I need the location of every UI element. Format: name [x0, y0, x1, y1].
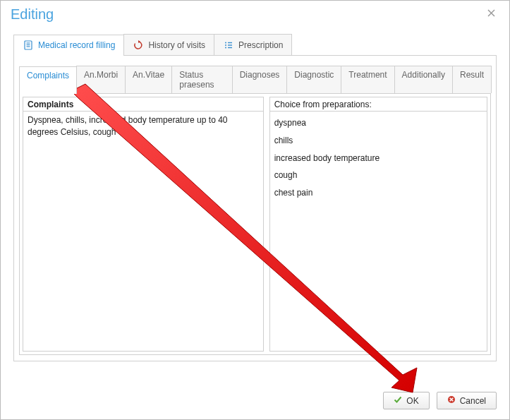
- preparations-heading: Choice from preparations:: [270, 97, 487, 112]
- tab-history-of-visits[interactable]: History of visits: [123, 34, 214, 55]
- complaints-heading: Complaints: [23, 97, 263, 112]
- tab-an-morbi[interactable]: An.Morbi: [76, 66, 126, 93]
- button-label: Cancel: [460, 396, 486, 406]
- tab-an-vitae[interactable]: An.Vitae: [125, 66, 172, 93]
- preparations-list: dyspnea chills increased body temperatur…: [270, 112, 487, 351]
- close-icon: [487, 9, 495, 17]
- list-item[interactable]: cough: [274, 167, 482, 184]
- tab-status-praesens[interactable]: Status praesens: [171, 66, 232, 93]
- cancel-button[interactable]: Cancel: [437, 392, 497, 409]
- tab-label: Prescription: [238, 40, 283, 50]
- editing-dialog: Editing Medical record filling: [0, 0, 510, 420]
- outer-tabs: Medical record filling History of visits…: [13, 34, 497, 56]
- tab-medical-record-filling[interactable]: Medical record filling: [13, 35, 124, 56]
- tab-label: An.Morbi: [84, 70, 118, 80]
- list-item[interactable]: dyspnea: [274, 114, 482, 132]
- window-title: Editing: [11, 6, 54, 23]
- tab-label: Medical record filling: [38, 40, 115, 50]
- tab-label: Treatment: [348, 70, 387, 80]
- tab-diagnoses[interactable]: Diagnoses: [232, 66, 288, 93]
- tab-label: Complaints: [27, 71, 69, 80]
- svg-point-8: [225, 44, 226, 46]
- inner-tabs: Complaints An.Morbi An.Vitae Status prae…: [19, 66, 491, 94]
- tab-label: Status praesens: [179, 70, 214, 90]
- list-item-label: dyspnea: [274, 118, 306, 128]
- content-area: Medical record filling History of visits…: [1, 25, 509, 361]
- close-button[interactable]: [483, 6, 499, 20]
- list-item-label: cough: [274, 170, 298, 180]
- tab-label: Diagnoses: [240, 70, 280, 80]
- tab-label: Result: [460, 70, 484, 80]
- svg-point-9: [225, 47, 226, 48]
- dialog-footer: OK Cancel: [383, 392, 497, 409]
- body-row: Complaints Dyspnea, chills, increased bo…: [19, 94, 491, 355]
- check-icon: [394, 395, 402, 406]
- complaints-text[interactable]: Dyspnea, chills, increased body temperat…: [23, 112, 263, 351]
- complaints-panel: Complaints Dyspnea, chills, increased bo…: [23, 97, 264, 352]
- tab-complaints[interactable]: Complaints: [19, 66, 77, 94]
- tab-label: Additionally: [402, 70, 445, 80]
- list-item[interactable]: increased body temperature: [274, 150, 482, 167]
- ok-button[interactable]: OK: [383, 392, 429, 409]
- tab-label: Diagnostic: [294, 70, 334, 80]
- list-item-label: increased body temperature: [274, 153, 380, 163]
- button-label: OK: [406, 396, 418, 406]
- list-item-label: chills: [274, 136, 293, 145]
- list-item[interactable]: chest pain: [274, 184, 482, 202]
- tab-result[interactable]: Result: [452, 66, 492, 93]
- inner-panel: Complaints An.Morbi An.Vitae Status prae…: [14, 56, 496, 361]
- tab-label: History of visits: [148, 40, 205, 50]
- list-icon: [223, 40, 234, 51]
- tab-prescription[interactable]: Prescription: [214, 34, 292, 55]
- tab-additionally[interactable]: Additionally: [394, 66, 453, 93]
- refresh-icon: [133, 40, 144, 51]
- tab-diagnostic[interactable]: Diagnostic: [286, 66, 341, 93]
- document-icon: [23, 40, 34, 51]
- list-item[interactable]: chills: [274, 132, 482, 150]
- tab-treatment[interactable]: Treatment: [341, 66, 394, 93]
- cancel-icon: [447, 395, 456, 406]
- titlebar: Editing: [1, 1, 509, 25]
- outer-panel: Medical record filling History of visits…: [13, 34, 497, 361]
- list-item-label: chest pain: [274, 188, 313, 198]
- svg-point-7: [225, 42, 226, 43]
- preparations-panel: Choice from preparations: dyspnea chills…: [269, 97, 487, 352]
- tab-label: An.Vitae: [133, 70, 164, 80]
